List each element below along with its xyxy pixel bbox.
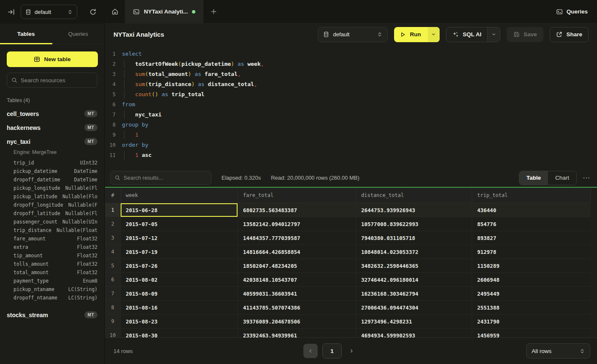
table-cell[interactable]: 42038148.10543707 <box>238 273 356 287</box>
table-cell[interactable]: 2644753.939926943 <box>356 203 472 217</box>
table-cell-selected[interactable]: 2015-06-28 <box>121 203 238 217</box>
column-header-distance-total[interactable]: distance_total <box>356 188 472 203</box>
table-item-nyc-taxi[interactable]: nyc_taxi MT <box>0 135 104 148</box>
table-cell[interactable]: 2015-08-02 <box>121 273 238 287</box>
collapse-sidebar-icon <box>8 8 15 16</box>
table-cell[interactable]: 32746442.096180014 <box>356 273 472 287</box>
table-cell[interactable]: 912978 <box>472 245 591 259</box>
table-scrollbar-gutter[interactable] <box>591 188 597 337</box>
collapse-sidebar-button[interactable] <box>6 7 16 17</box>
table-cell[interactable]: 2431790 <box>472 315 591 329</box>
table-cell[interactable]: 14816664.426858854 <box>238 245 356 259</box>
results-footer: 14 rows 1 All rows <box>105 337 597 364</box>
table-cell[interactable]: 10848014.023053372 <box>356 245 472 259</box>
query-tab-nytaxi-analytics[interactable]: NYTaxi Analyti... <box>125 0 203 23</box>
toolbar-database-selector[interactable]: default <box>318 27 388 42</box>
save-button[interactable]: Save <box>507 27 544 42</box>
table-cell[interactable]: 39376089.204678506 <box>238 315 356 329</box>
view-tab-table[interactable]: Table <box>519 171 548 185</box>
table-cell[interactable]: 14484357.777039587 <box>238 231 356 245</box>
database-icon <box>25 9 31 15</box>
save-label: Save <box>524 31 537 38</box>
table-cell[interactable]: 2495449 <box>472 287 591 301</box>
table-cell[interactable]: 1150289 <box>472 259 591 273</box>
save-icon <box>513 31 520 38</box>
table-cell[interactable]: 40599031.36603941 <box>238 287 356 301</box>
page-size-selector[interactable]: All rows <box>526 343 590 359</box>
table-cell[interactable]: 436440 <box>472 203 591 217</box>
search-icon <box>115 175 120 181</box>
table-cell[interactable]: 2015-07-26 <box>121 259 238 273</box>
sidebar: default Tables Queries New table <box>0 0 105 364</box>
sql-ai-main[interactable]: SQL AI <box>446 27 487 42</box>
pagination: 1 <box>303 338 357 364</box>
run-button[interactable]: Run <box>394 27 439 42</box>
view-tab-chart[interactable]: Chart <box>548 171 576 185</box>
table-cell[interactable]: 4694934.599902593 <box>356 329 472 337</box>
table-cell[interactable]: 7940380.031105718 <box>356 231 472 245</box>
table-cell[interactable]: 1456959 <box>472 329 591 337</box>
refresh-button[interactable] <box>88 7 98 17</box>
column-row: dropoff_datetimeDateTime <box>0 175 104 184</box>
sql-ai-button[interactable]: SQL AI <box>446 27 500 42</box>
column-header-week[interactable]: week <box>121 188 238 203</box>
table-item-stocks-stream[interactable]: stocks_stream MT <box>0 308 104 322</box>
table-cell[interactable]: 2015-08-09 <box>121 287 238 301</box>
results-more-button[interactable]: ⋯ <box>583 173 590 182</box>
table-cell[interactable]: 16236168.303462794 <box>356 287 472 301</box>
queries-menu-label: Queries <box>567 8 588 15</box>
table-cell[interactable]: 2015-08-23 <box>121 315 238 329</box>
table-cell[interactable]: 23392463.94939961 <box>238 329 356 337</box>
table-cell[interactable]: 13582142.094012797 <box>238 217 356 231</box>
table-cell[interactable]: 893827 <box>472 231 591 245</box>
table-cell[interactable]: 2551388 <box>472 301 591 315</box>
sidebar-database-selector[interactable]: default <box>21 5 77 19</box>
sidebar-tab-tables[interactable]: Tables <box>0 24 52 44</box>
table-cell[interactable]: 2015-07-05 <box>121 217 238 231</box>
new-table-button[interactable]: New table <box>7 51 98 67</box>
column-header-fare-total[interactable]: fare_total <box>238 188 356 203</box>
sql-editor[interactable]: 1select 2 toStartOfWeek(pickup_datetime)… <box>105 45 597 169</box>
queries-menu-button[interactable]: Queries <box>547 0 597 23</box>
sql-ai-caret[interactable] <box>487 27 500 42</box>
query-toolbar: NYTaxi Analytics default <box>105 24 597 45</box>
table-cell[interactable]: 3482632.2598446365 <box>356 259 472 273</box>
column-header-trip-total[interactable]: trip_total <box>472 188 591 203</box>
share-export-icon <box>556 31 562 38</box>
run-button-main[interactable]: Run <box>394 27 427 42</box>
next-page-button[interactable] <box>346 346 357 356</box>
column-row: passenger_countNullable(UIn <box>0 218 104 226</box>
prev-page-button[interactable] <box>303 344 318 358</box>
search-icon <box>11 77 17 83</box>
table-cell[interactable]: 2015-08-16 <box>121 301 238 315</box>
sidebar-tab-queries[interactable]: Queries <box>52 24 105 44</box>
table-cell[interactable]: 2015-08-30 <box>121 329 238 337</box>
table-cell[interactable]: 854776 <box>472 217 591 231</box>
column-header-num[interactable]: # <box>105 188 121 203</box>
share-button[interactable]: Share <box>550 27 589 42</box>
table-cell[interactable]: 12973496.4298231 <box>356 315 472 329</box>
search-results-input[interactable] <box>124 175 207 181</box>
home-button[interactable] <box>105 0 125 23</box>
code-line: 9 1 <box>105 130 597 140</box>
engine-badge: MT <box>84 311 97 318</box>
current-page-button[interactable]: 1 <box>322 343 342 359</box>
search-resources-input[interactable] <box>21 77 93 84</box>
table-cell[interactable]: 2015-07-19 <box>121 245 238 259</box>
new-tab-button[interactable] <box>203 0 224 23</box>
column-row: extraFloat32 <box>0 243 104 251</box>
toolbar-database-value: default <box>333 31 373 38</box>
table-cell[interactable]: 6802735.563483387 <box>238 203 356 217</box>
table-name: nyc_taxi <box>7 138 84 145</box>
table-cell[interactable]: 10577008.839622993 <box>356 217 472 231</box>
table-item-cell-towers[interactable]: cell_towers MT <box>0 107 104 121</box>
code-line: 5 count() as trip_total <box>105 89 597 100</box>
table-cell[interactable]: 2606948 <box>472 273 591 287</box>
table-cell[interactable]: 27006436.094474304 <box>356 301 472 315</box>
run-options-caret[interactable] <box>428 27 440 42</box>
table-cell[interactable]: 41143785.507074386 <box>238 301 356 315</box>
table-cell[interactable]: 18502047.48234205 <box>238 259 356 273</box>
table-name: hackernews <box>7 124 84 131</box>
table-cell[interactable]: 2015-07-12 <box>121 231 238 245</box>
table-item-hackernews[interactable]: hackernews MT <box>0 121 104 135</box>
